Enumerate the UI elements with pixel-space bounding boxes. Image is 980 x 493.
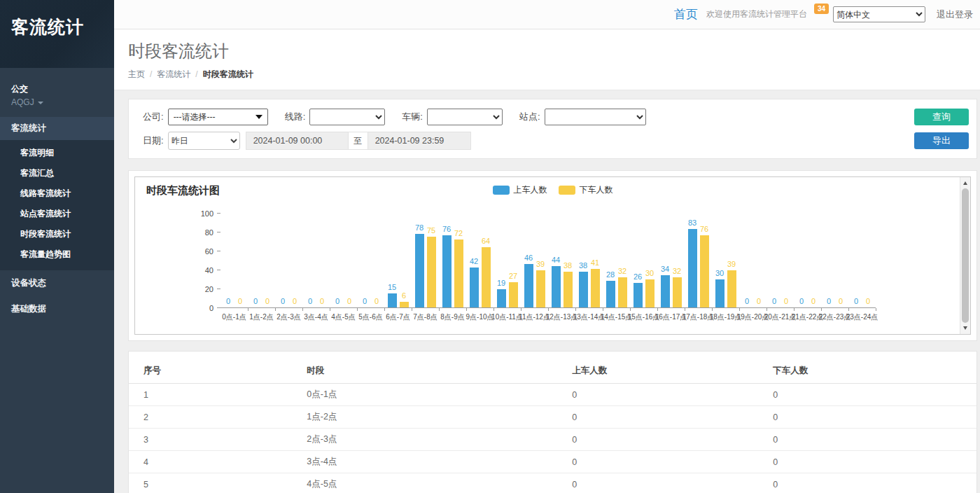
- bar-boarding[interactable]: [715, 279, 724, 308]
- bar-boarding[interactable]: [470, 268, 479, 307]
- legend-item-0[interactable]: 上车人数: [493, 184, 547, 196]
- bar-slot: 0: [360, 213, 370, 307]
- bar-value-label: 83: [688, 218, 696, 227]
- org-code-dropdown[interactable]: AQGJ: [11, 97, 114, 107]
- bar-group-20: 0020点-21点: [766, 214, 794, 307]
- welcome-text: 欢迎使用客流统计管理平台: [706, 8, 807, 20]
- bar-boarding[interactable]: [415, 234, 424, 307]
- bar-boarding[interactable]: [552, 266, 561, 307]
- y-axis-tick-label: 100: [201, 209, 214, 218]
- company-select[interactable]: ---请选择---: [168, 109, 268, 125]
- sidebar-group-0[interactable]: 客流统计: [0, 117, 114, 140]
- bar-boarding[interactable]: [661, 275, 670, 307]
- bar-boarding[interactable]: [688, 229, 697, 307]
- sidebar-group-2[interactable]: 基础数据: [0, 296, 114, 322]
- table-cell: 5: [129, 473, 307, 493]
- bar-value-label: 26: [634, 272, 642, 281]
- bar-alighting[interactable]: [509, 282, 518, 307]
- date-to-input[interactable]: [368, 132, 471, 150]
- chart-title: 时段车流统计图: [146, 184, 220, 197]
- sidebar-group-1[interactable]: 设备状态: [0, 270, 114, 296]
- bar-alighting[interactable]: [454, 239, 463, 307]
- bar-value-label: 34: [661, 265, 669, 273]
- org-name: 公交: [11, 83, 114, 95]
- export-button[interactable]: 导出: [914, 132, 969, 149]
- bar-value-label: 0: [854, 297, 858, 305]
- line-filter: 线路:: [285, 109, 386, 125]
- x-axis-label: 8点-9点: [440, 312, 464, 322]
- sidebar-item-0-0[interactable]: 客流明细: [0, 143, 114, 163]
- sidebar-item-0-2[interactable]: 线路客流统计: [0, 183, 114, 204]
- bar-boarding[interactable]: [634, 283, 643, 307]
- bar-alighting[interactable]: [700, 235, 709, 307]
- station-select[interactable]: [545, 109, 646, 125]
- x-axis-label: 7点-8点: [413, 312, 437, 322]
- bar-slot: 0: [755, 213, 764, 307]
- bar-boarding[interactable]: [442, 235, 451, 307]
- y-axis-tick-label: 40: [205, 266, 214, 275]
- bar-slot: 0: [797, 213, 806, 307]
- bar-value-label: 41: [591, 258, 599, 267]
- bar-slot: 0: [809, 213, 818, 307]
- date-preset-select[interactable]: 昨日: [168, 132, 240, 150]
- chart-vertical-scrollbar[interactable]: [960, 177, 970, 334]
- sidebar-item-0-1[interactable]: 客流汇总: [0, 163, 114, 183]
- bar-slot: 32: [618, 213, 627, 307]
- sidebar-item-0-4[interactable]: 时段客流统计: [0, 224, 114, 244]
- x-axis-label: 2点-3点: [276, 312, 300, 322]
- vehicle-filter: 车辆:: [402, 109, 503, 125]
- bar-alighting[interactable]: [427, 237, 436, 307]
- query-button[interactable]: 查询: [914, 109, 969, 125]
- bar-alighting[interactable]: [727, 270, 736, 307]
- breadcrumb: 主页/客流统计/时段客流统计: [128, 69, 980, 81]
- bar-alighting[interactable]: [536, 270, 545, 307]
- table-row: 32点-3点00: [129, 429, 976, 451]
- vehicle-select[interactable]: [427, 109, 503, 125]
- breadcrumb-item-1[interactable]: 客流统计: [157, 69, 190, 79]
- bar-alighting[interactable]: [673, 277, 682, 307]
- legend-item-1[interactable]: 下车人数: [559, 184, 613, 196]
- bar-value-label: 0: [293, 297, 297, 305]
- language-select[interactable]: 简体中文: [833, 6, 925, 22]
- bar-boarding[interactable]: [606, 281, 615, 307]
- bar-boarding[interactable]: [497, 289, 506, 307]
- bar-alighting[interactable]: [645, 279, 654, 308]
- bar-slot: 64: [482, 213, 491, 307]
- date-from-input[interactable]: [246, 132, 349, 150]
- sidebar-item-0-3[interactable]: 站点客流统计: [0, 204, 114, 224]
- logout-link[interactable]: 退出登录: [937, 8, 973, 21]
- bar-slot: 78: [415, 213, 424, 307]
- bar-alighting[interactable]: [618, 277, 627, 307]
- bar-alighting[interactable]: [482, 247, 491, 307]
- notification-badge[interactable]: 34: [814, 4, 829, 14]
- scrollbar-thumb[interactable]: [962, 188, 969, 323]
- bar-alighting[interactable]: [564, 272, 573, 307]
- x-axis-label: 5点-6点: [358, 312, 382, 322]
- bar-boarding[interactable]: [579, 272, 588, 307]
- bar-value-label: 30: [715, 269, 724, 277]
- x-axis-label: 3点-4点: [304, 312, 328, 322]
- sidebar-item-0-5[interactable]: 客流量趋势图: [0, 244, 114, 265]
- bar-value-label: 75: [427, 226, 435, 235]
- table-column-header-0: 序号: [129, 360, 307, 384]
- content: 公司: ---请选择--- 线路: 车辆: 站点:: [114, 90, 980, 493]
- bar-boarding[interactable]: [388, 293, 397, 307]
- table-cell: 0: [773, 406, 976, 429]
- bar-value-label: 27: [509, 272, 517, 280]
- bar-alighting[interactable]: [591, 269, 600, 307]
- chart-legend: 上车人数下车人数: [493, 184, 613, 196]
- breadcrumb-item-0[interactable]: 主页: [128, 69, 145, 79]
- bar-alighting[interactable]: [400, 302, 409, 307]
- bar-value-label: 0: [226, 297, 230, 305]
- bar-value-label: 64: [482, 237, 490, 245]
- home-link[interactable]: 首页: [674, 6, 698, 22]
- x-axis-label: 9点-10点: [465, 312, 493, 322]
- legend-swatch-icon: [493, 186, 510, 195]
- line-select[interactable]: [309, 109, 385, 125]
- bar-value-label: 30: [645, 269, 654, 277]
- bar-boarding[interactable]: [524, 264, 533, 307]
- scroll-up-icon[interactable]: [963, 181, 967, 185]
- scroll-down-icon[interactable]: [963, 326, 967, 330]
- bar-slot: 41: [591, 213, 600, 307]
- breadcrumb-item-2: 时段客流统计: [203, 69, 253, 79]
